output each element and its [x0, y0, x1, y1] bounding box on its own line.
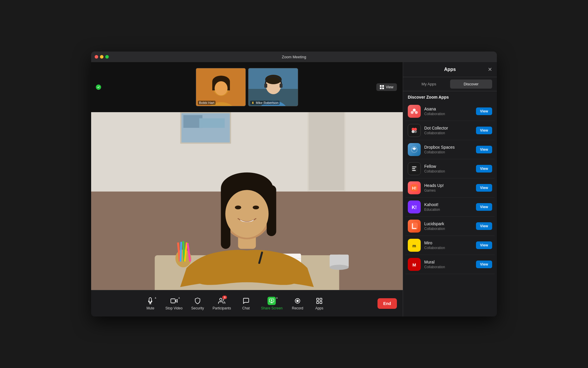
- svg-rect-13: [380, 85, 382, 87]
- svg-rect-24: [309, 112, 344, 190]
- dropbox-category: Collaboration: [424, 150, 472, 154]
- svg-rect-57: [317, 301, 319, 304]
- share-screen-icon: [268, 297, 276, 305]
- apps-list: Asana Collaboration View: [403, 102, 497, 316]
- thumbnails-container: Bobbi Hart: [196, 68, 298, 106]
- toolbar-item-participants[interactable]: 3 Participants: [209, 294, 235, 313]
- lucidspark-info: Lucidspark Collaboration: [424, 221, 472, 231]
- svg-point-46: [225, 190, 268, 238]
- end-button[interactable]: End: [377, 298, 397, 309]
- svg-rect-11: [264, 84, 267, 88]
- video-background: [91, 112, 403, 290]
- lucidspark-view-button[interactable]: View: [476, 222, 492, 230]
- kahoot-name: Kahoot!: [424, 202, 472, 207]
- asana-icon: [408, 105, 421, 118]
- mute-label: Mute: [146, 306, 154, 310]
- svg-rect-58: [320, 301, 322, 304]
- record-label: Record: [292, 306, 303, 310]
- video-top-bar: Bobbi Hart: [91, 62, 403, 112]
- mural-category: Collaboration: [424, 265, 472, 269]
- app-item-dropbox: Dropbox Spaces Collaboration View: [405, 140, 495, 159]
- dot-collector-view-button[interactable]: View: [476, 127, 492, 134]
- main-content: Bobbi Hart: [91, 62, 497, 316]
- svg-rect-56: [320, 298, 322, 300]
- dropbox-view-button[interactable]: View: [476, 146, 492, 153]
- mural-info: Mural Collaboration: [424, 260, 472, 269]
- participants-label: Participants: [213, 306, 231, 310]
- app-item-fellow: Fellow Collaboration View: [405, 159, 495, 178]
- main-video: [91, 112, 403, 290]
- headsup-info: Heads Up! Games: [424, 183, 472, 193]
- mural-name: Mural: [424, 260, 472, 264]
- svg-point-48: [253, 205, 259, 209]
- apps-panel: Apps ✕ My Apps Discover Discover Zoom Ap…: [403, 62, 497, 316]
- svg-text:K!: K!: [412, 205, 417, 210]
- view-button[interactable]: View: [376, 83, 397, 91]
- asana-name: Asana: [424, 107, 472, 111]
- toolbar-item-stop-video[interactable]: ▲ Stop Video: [162, 294, 186, 313]
- participants-icon-container: 3: [218, 297, 226, 305]
- share-screen-icon-container: ▲: [268, 297, 276, 305]
- fellow-view-button[interactable]: View: [476, 165, 492, 173]
- app-item-mural: M Mural Collaboration View: [405, 255, 495, 274]
- miro-category: Collaboration: [424, 246, 472, 250]
- toolbar-item-security[interactable]: Security: [187, 294, 208, 313]
- dot-collector-name: Dot Collector: [424, 126, 472, 130]
- toolbar-item-chat[interactable]: Chat: [236, 294, 256, 313]
- maximize-button[interactable]: [105, 55, 109, 59]
- apps-panel-close[interactable]: ✕: [488, 66, 492, 73]
- fellow-name: Fellow: [424, 164, 472, 169]
- apps-label: Apps: [315, 306, 323, 310]
- svg-rect-55: [317, 298, 319, 300]
- svg-text:m: m: [412, 243, 416, 248]
- app-item-kahoot: K! Kahoot! Education View: [405, 198, 495, 217]
- kahoot-category: Education: [424, 208, 472, 212]
- app-item-headsup: H! Heads Up! Games View: [405, 178, 495, 198]
- tab-discover[interactable]: Discover: [450, 79, 492, 89]
- thumbnail-bobbi-hart[interactable]: Bobbi Hart: [196, 68, 246, 106]
- chat-icon: [243, 297, 250, 304]
- title-bar: Zoom Meeting: [91, 52, 497, 62]
- headsup-view-button[interactable]: View: [476, 184, 492, 192]
- shield-icon: [194, 297, 201, 304]
- miro-icon: m: [408, 239, 421, 252]
- connection-indicator: [96, 84, 101, 90]
- svg-point-39: [330, 265, 349, 270]
- app-item-miro: m Miro Collaboration View: [405, 236, 495, 255]
- toolbar-item-record[interactable]: Record: [287, 294, 308, 313]
- minimize-button[interactable]: [100, 55, 103, 59]
- asana-view-button[interactable]: View: [476, 107, 492, 115]
- svg-point-61: [415, 111, 418, 114]
- kahoot-info: Kahoot! Education: [424, 202, 472, 212]
- svg-point-5: [215, 81, 228, 95]
- thumbnail-mike-robertson[interactable]: Mike Robertson: [248, 68, 298, 106]
- headsup-category: Games: [424, 188, 472, 193]
- svg-rect-15: [380, 87, 382, 89]
- toolbar-item-mute[interactable]: ▲ Mute: [140, 294, 161, 313]
- dot-collector-info: Dot Collector Collaboration: [424, 126, 472, 135]
- share-screen-label: Share Screen: [261, 306, 283, 310]
- toolbar-items: ▲ Mute ▲ Stop Video: [97, 294, 373, 313]
- chat-icon-container: [242, 297, 250, 305]
- svg-point-59: [413, 109, 416, 112]
- close-button[interactable]: [95, 55, 98, 59]
- svg-rect-14: [382, 85, 384, 87]
- toolbar-item-apps[interactable]: Apps: [309, 294, 330, 313]
- record-icon: [294, 297, 301, 304]
- miro-name: Miro: [424, 241, 472, 245]
- thumbnail-label-1: Bobbi Hart: [198, 101, 216, 105]
- miro-view-button[interactable]: View: [476, 241, 492, 249]
- apps-icon-container: [315, 297, 323, 305]
- mural-icon: M: [408, 258, 421, 271]
- dot-collector-category: Collaboration: [424, 131, 472, 135]
- share-screen-chevron: ▲: [275, 296, 278, 299]
- mute-chevron: ▲: [154, 296, 157, 299]
- svg-point-54: [296, 300, 299, 302]
- kahoot-view-button[interactable]: View: [476, 203, 492, 211]
- dot-collector-icon: [408, 124, 421, 137]
- mural-view-button[interactable]: View: [476, 261, 492, 268]
- tab-my-apps[interactable]: My Apps: [408, 79, 450, 89]
- headsup-name: Heads Up!: [424, 183, 472, 188]
- video-section: Bobbi Hart: [91, 62, 403, 316]
- toolbar-item-share-screen[interactable]: ▲ Share Screen: [258, 294, 286, 313]
